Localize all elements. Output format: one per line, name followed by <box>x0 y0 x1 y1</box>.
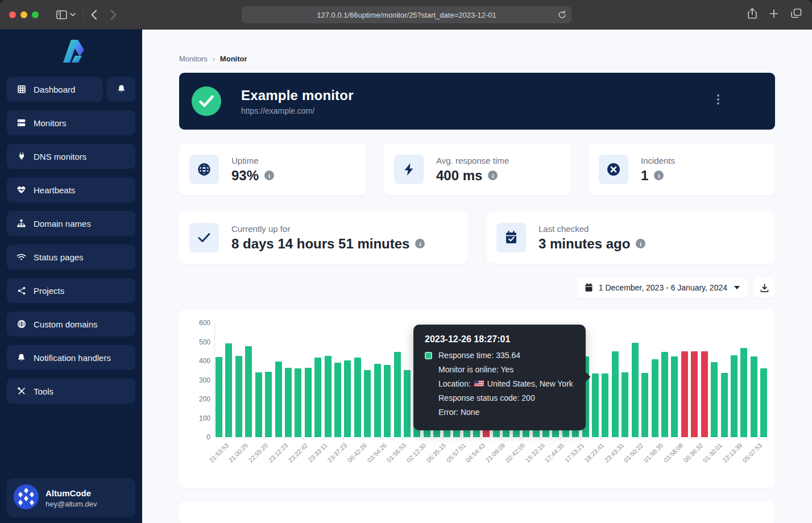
avg-response-card: Avg. response time 400 ms i <box>384 143 570 196</box>
sidebar-item-custom-domains[interactable]: Custom domains <box>7 312 135 337</box>
us-flag-icon <box>474 379 484 388</box>
bar-up[interactable] <box>374 364 381 437</box>
sidebar-item-tools[interactable]: Tools <box>7 379 135 404</box>
back-icon[interactable] <box>91 10 97 20</box>
tab-overview-icon[interactable] <box>791 9 802 20</box>
stat-value: 400 ms <box>436 168 482 184</box>
sidebar-item-label: Domain names <box>34 219 91 229</box>
calendar-icon <box>585 283 593 292</box>
notifications-button[interactable] <box>107 77 135 102</box>
bar-up[interactable] <box>295 368 301 437</box>
sidebar-toggle-icon[interactable] <box>56 10 67 19</box>
x-circle-icon <box>599 155 628 184</box>
bar-up[interactable] <box>275 362 282 437</box>
bar-down[interactable] <box>681 351 688 437</box>
monitor-menu-kebab-icon[interactable] <box>717 94 719 105</box>
bar-up[interactable] <box>612 351 619 437</box>
address-bar[interactable]: 127.0.0.1/66uptime/monitor/25?start_date… <box>242 6 571 23</box>
chevron-down-icon[interactable] <box>70 13 76 16</box>
sidebar-item-dns-monitors[interactable]: DNS monitors <box>7 144 135 169</box>
bar-up[interactable] <box>364 370 371 437</box>
caret-down-icon <box>734 286 740 289</box>
bolt-icon <box>394 155 424 184</box>
sidebar-item-dashboard[interactable]: Dashboard <box>7 77 103 102</box>
chart-x-axis: 21:53:5321:00:2522:55:2023:12:2323:22:42… <box>215 437 768 477</box>
minimize-window-button[interactable] <box>20 11 27 18</box>
stat-value: 3 minutes ago <box>538 236 630 252</box>
reload-icon[interactable] <box>558 10 566 21</box>
tooltip-online: Monitor is online: Yes <box>438 365 513 374</box>
bar-up[interactable] <box>384 365 391 437</box>
bar-up[interactable] <box>354 358 361 437</box>
tooltip-location-label: Location: <box>438 379 471 388</box>
close-window-button[interactable] <box>9 11 16 18</box>
bar-up[interactable] <box>592 373 599 437</box>
bar-up[interactable] <box>731 355 738 437</box>
main-content: Monitors › Monitor Example monitor https… <box>142 30 812 523</box>
y-axis-tick: 300 <box>189 376 210 384</box>
breadcrumb-monitors-link[interactable]: Monitors <box>179 55 208 63</box>
share-icon[interactable] <box>748 8 757 22</box>
info-icon[interactable]: i <box>488 171 498 180</box>
info-icon[interactable]: i <box>654 171 664 180</box>
next-section-card <box>179 501 775 523</box>
brand-logo[interactable] <box>57 39 85 66</box>
bar-up[interactable] <box>334 363 341 437</box>
bar-up[interactable] <box>721 373 728 437</box>
info-icon[interactable]: i <box>415 239 425 248</box>
y-axis-tick: 200 <box>189 395 210 403</box>
bar-down[interactable] <box>691 351 698 437</box>
share-nodes-icon <box>16 287 26 295</box>
sidebar-item-label: Dashboard <box>34 85 75 94</box>
info-icon[interactable]: i <box>636 239 645 248</box>
bar-up[interactable] <box>671 356 678 437</box>
bar-up[interactable] <box>285 368 292 437</box>
bar-up[interactable] <box>632 343 639 437</box>
bar-up[interactable] <box>235 356 242 437</box>
stat-value: 1 <box>641 168 648 184</box>
bar-up[interactable] <box>216 357 222 437</box>
sidebar-item-heartbeats[interactable]: Heartbeats <box>7 177 135 202</box>
download-button[interactable] <box>753 277 775 298</box>
sidebar-item-label: Monitors <box>34 118 67 128</box>
date-range-text: 1 December, 2023 - 6 January, 2024 <box>599 283 727 292</box>
sidebar-item-status-pages[interactable]: Status pages <box>7 244 135 269</box>
bar-up[interactable] <box>265 372 272 437</box>
bar-up[interactable] <box>602 373 608 437</box>
bar-up[interactable] <box>641 373 648 437</box>
bar-up[interactable] <box>661 352 668 437</box>
bar-up[interactable] <box>314 358 321 437</box>
bar-up[interactable] <box>404 370 411 437</box>
sidebar-item-label: Tools <box>34 387 53 396</box>
window-controls[interactable] <box>9 11 39 18</box>
bar-up[interactable] <box>711 362 718 437</box>
bar-up[interactable] <box>344 360 351 437</box>
bar-down[interactable] <box>701 351 708 437</box>
sidebar-item-domain-names[interactable]: Domain names <box>7 211 135 236</box>
info-icon[interactable]: i <box>264 171 274 180</box>
bar-up[interactable] <box>652 359 658 437</box>
sidebar-item-projects[interactable]: Projects <box>7 278 135 303</box>
bar-up[interactable] <box>225 343 232 437</box>
bar-up[interactable] <box>394 352 401 437</box>
toolbar-divider <box>83 10 84 20</box>
bar-up[interactable] <box>622 372 628 437</box>
bar-up[interactable] <box>325 356 332 437</box>
sidebar-item-label: Status pages <box>34 252 84 262</box>
sidebar-item-notification-handlers[interactable]: Notification handlers <box>7 345 135 370</box>
bar-up[interactable] <box>740 348 747 437</box>
bar-up[interactable] <box>245 346 252 437</box>
monitor-url[interactable]: https://example.com/ <box>241 106 354 115</box>
zoom-window-button[interactable] <box>32 11 39 18</box>
globe-icon <box>189 155 219 184</box>
bar-up[interactable] <box>751 356 757 437</box>
new-tab-icon[interactable] <box>769 9 778 20</box>
forward-icon[interactable] <box>110 10 117 20</box>
bar-up[interactable] <box>305 368 312 437</box>
user-card[interactable]: AltumCode hey@altum.dev <box>7 479 135 517</box>
sidebar-item-monitors[interactable]: Monitors <box>7 110 135 135</box>
bar-up[interactable] <box>255 372 262 437</box>
x-axis-tick: 05:07:53 <box>748 437 768 477</box>
bar-up[interactable] <box>760 368 767 437</box>
date-range-picker[interactable]: 1 December, 2023 - 6 January, 2024 <box>577 277 748 298</box>
